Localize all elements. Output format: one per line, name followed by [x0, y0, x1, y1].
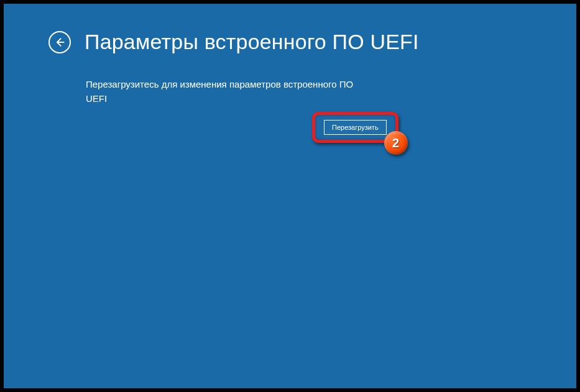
back-button[interactable]: [48, 31, 71, 53]
annotation-highlight-box: Перезагрузить 2: [312, 112, 398, 143]
description-text: Перезагрузитесь для изменения параметров…: [86, 78, 359, 106]
page-title: Параметры встроенного ПО UEFI: [85, 30, 419, 54]
header-row: Параметры встроенного ПО UEFI: [12, 12, 568, 54]
button-area: Перезагрузить 2: [312, 112, 398, 143]
window-content: Параметры встроенного ПО UEFI Перезагруз…: [12, 12, 568, 380]
restart-button[interactable]: Перезагрузить: [324, 120, 387, 135]
window-outer-frame: Параметры встроенного ПО UEFI Перезагруз…: [4, 4, 576, 388]
annotation-step-badge: 2: [384, 131, 408, 155]
arrow-left-icon: [53, 36, 66, 48]
